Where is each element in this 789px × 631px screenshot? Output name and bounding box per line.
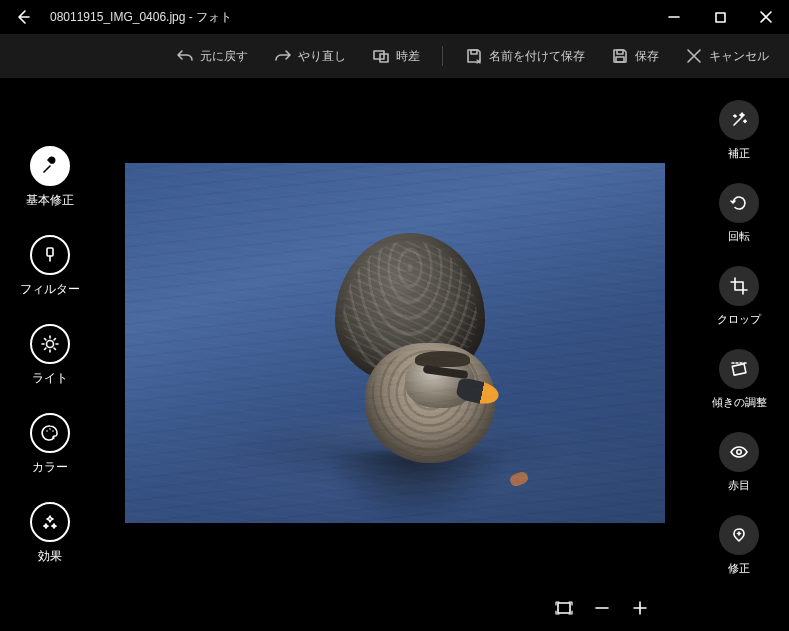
fit-screen-button[interactable]: [555, 599, 573, 620]
wand-icon: [719, 100, 759, 140]
minimize-button[interactable]: [651, 0, 697, 34]
save-as-icon: [465, 47, 483, 65]
main-area: 基本修正 フィルター ライト カラー 効果: [0, 78, 789, 631]
arrow-left-icon: [15, 9, 31, 25]
rotate-tool[interactable]: 回転: [719, 183, 759, 244]
undo-label: 元に戻す: [200, 48, 248, 65]
compare-icon: [372, 47, 390, 65]
save-label: 保存: [635, 48, 659, 65]
window-title: 08011915_IMG_0406.jpg - フォト: [46, 9, 651, 26]
title-bar: 08011915_IMG_0406.jpg - フォト: [0, 0, 789, 34]
fit-icon: [555, 599, 573, 617]
rotate-label: 回転: [728, 229, 750, 244]
cancel-icon: [685, 47, 703, 65]
edit-toolbar: 元に戻す やり直し 時差 名前を付けて保存 保存 キャンセル: [0, 34, 789, 78]
effect-label: 効果: [38, 548, 62, 565]
plus-icon: [631, 599, 649, 617]
redeye-label: 赤目: [728, 478, 750, 493]
enhance-label: 補正: [728, 146, 750, 161]
right-sidebar: 補正 回転 クロップ 傾きの調整 赤目: [689, 78, 789, 631]
undo-icon: [176, 47, 194, 65]
straighten-icon: [719, 349, 759, 389]
svg-point-7: [47, 341, 54, 348]
effects-icon: [30, 502, 70, 542]
filter-tab[interactable]: フィルター: [20, 235, 80, 298]
svg-rect-3: [471, 50, 477, 54]
brush-icon: [30, 235, 70, 275]
canvas-holder: [100, 78, 689, 587]
straighten-label: 傾きの調整: [712, 395, 767, 410]
crop-label: クロップ: [717, 312, 761, 327]
light-label: ライト: [32, 370, 68, 387]
compare-button[interactable]: 時差: [360, 38, 432, 74]
save-as-label: 名前を付けて保存: [489, 48, 585, 65]
svg-rect-6: [47, 248, 53, 256]
color-label: カラー: [32, 459, 68, 476]
svg-point-8: [46, 430, 48, 432]
cancel-label: キャンセル: [709, 48, 769, 65]
effect-tab[interactable]: 効果: [30, 502, 70, 565]
save-button[interactable]: 保存: [599, 38, 671, 74]
redo-label: やり直し: [298, 48, 346, 65]
light-tab[interactable]: ライト: [30, 324, 70, 387]
straighten-tool[interactable]: 傾きの調整: [712, 349, 767, 410]
svg-rect-12: [732, 364, 746, 375]
cancel-button[interactable]: キャンセル: [673, 38, 781, 74]
undo-button[interactable]: 元に戻す: [164, 38, 260, 74]
rotate-icon: [719, 183, 759, 223]
retouch-icon: [719, 515, 759, 555]
compare-label: 時差: [396, 48, 420, 65]
crop-tool[interactable]: クロップ: [717, 266, 761, 327]
basic-fix-label: 基本修正: [26, 192, 74, 209]
wrench-icon: [30, 146, 70, 186]
redo-icon: [274, 47, 292, 65]
eye-icon: [719, 432, 759, 472]
svg-rect-1: [374, 51, 384, 59]
maximize-button[interactable]: [697, 0, 743, 34]
sun-icon: [30, 324, 70, 364]
minimize-icon: [668, 11, 680, 23]
save-as-button[interactable]: 名前を付けて保存: [453, 38, 597, 74]
photo-canvas[interactable]: [125, 163, 665, 523]
crop-icon: [719, 266, 759, 306]
zoom-in-button[interactable]: [631, 599, 649, 620]
retouch-tool[interactable]: 修正: [719, 515, 759, 576]
toolbar-separator: [442, 46, 443, 66]
svg-rect-4: [617, 50, 623, 54]
filter-label: フィルター: [20, 281, 80, 298]
canvas-area: [100, 78, 689, 631]
svg-rect-11: [558, 603, 570, 613]
basic-fix-tab[interactable]: 基本修正: [26, 146, 74, 209]
save-icon: [611, 47, 629, 65]
zoom-bar: [100, 587, 689, 631]
svg-rect-5: [616, 57, 624, 62]
close-button[interactable]: [743, 0, 789, 34]
redeye-tool[interactable]: 赤目: [719, 432, 759, 493]
svg-point-9: [49, 428, 51, 430]
minus-icon: [593, 599, 611, 617]
enhance-tool[interactable]: 補正: [719, 100, 759, 161]
svg-point-13: [737, 450, 741, 454]
close-icon: [760, 11, 772, 23]
color-tab[interactable]: カラー: [30, 413, 70, 476]
maximize-icon: [715, 12, 726, 23]
retouch-label: 修正: [728, 561, 750, 576]
palette-icon: [30, 413, 70, 453]
left-sidebar: 基本修正 フィルター ライト カラー 効果: [0, 78, 100, 631]
svg-rect-0: [716, 13, 725, 22]
back-button[interactable]: [0, 0, 46, 34]
svg-point-10: [52, 430, 54, 432]
redo-button[interactable]: やり直し: [262, 38, 358, 74]
zoom-out-button[interactable]: [593, 599, 611, 620]
